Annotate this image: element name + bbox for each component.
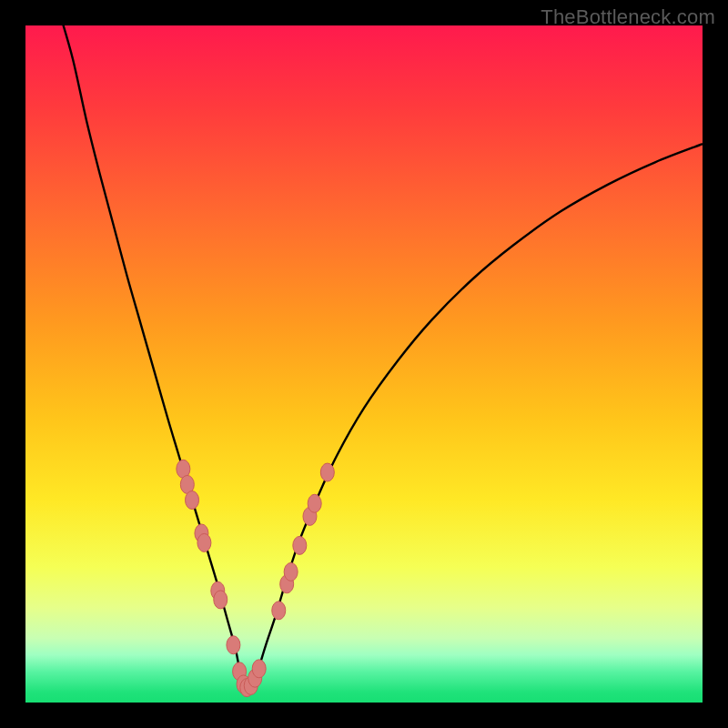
outer-frame: TheBottleneck.com	[0, 0, 728, 728]
svg-rect-0	[25, 25, 703, 703]
plot-area	[25, 25, 703, 703]
gradient-background	[25, 25, 703, 703]
